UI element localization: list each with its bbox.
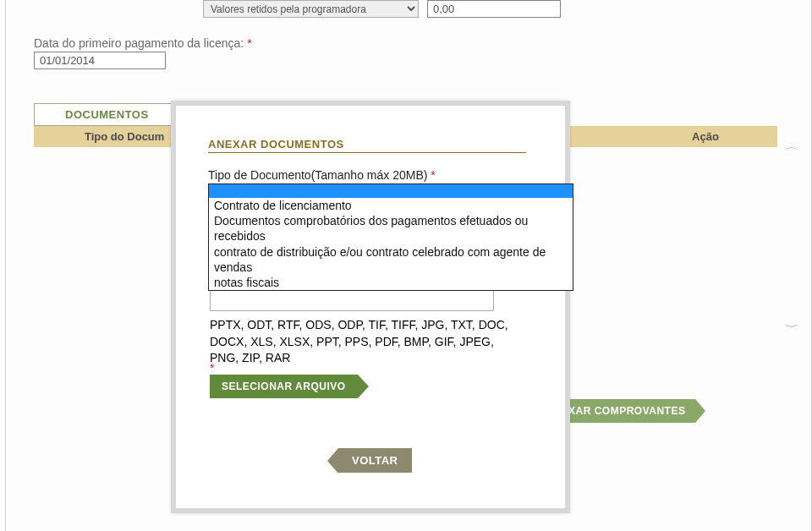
dropdown-option-notas-fiscais[interactable]: notas fiscais [209, 275, 573, 290]
tipo-documento-label: Tipo de Documento(Tamanho máx 20MB) * [208, 168, 533, 182]
scroll-down-icon[interactable]: ﹀ [785, 321, 799, 333]
amount-input[interactable] [427, 0, 561, 18]
selecionar-arquivo-button[interactable]: SELECIONAR ARQUIVO [210, 375, 358, 398]
required-indicator: * [247, 36, 251, 50]
top-row: Valores retidos pela programadora [34, 0, 777, 18]
anexar-documentos-modal: ANEXAR DOCUMENTOS Tipo de Documento(Tama… [171, 101, 570, 513]
scroll-up-icon[interactable]: ︿ [785, 141, 799, 153]
retention-select[interactable]: Valores retidos pela programadora [203, 0, 419, 18]
anexar-comprovantes-button[interactable]: XAR COMPROVANTES [558, 399, 695, 423]
required-star: * [210, 361, 214, 375]
tab-documentos[interactable]: DOCUMENTOS [34, 103, 180, 126]
modal-title: ANEXAR DOCUMENTOS [208, 138, 526, 153]
date-label-text: Data do primeiro pagamento da licença: [34, 36, 244, 50]
date-input[interactable] [34, 52, 166, 69]
tipo-documento-dropdown[interactable]: Contrato de licenciamento Documentos com… [208, 183, 573, 291]
date-label: Data do primeiro pagamento da licença: * [34, 36, 777, 50]
dropdown-option-blank[interactable] [209, 184, 573, 198]
voltar-button[interactable]: VOLTAR [338, 448, 412, 473]
dropdown-option-contrato-licenciamento[interactable]: Contrato de licenciamento [209, 198, 573, 213]
th-acao: Ação [634, 130, 777, 143]
allowed-formats: PPTX, ODT, RTF, ODS, ODP, TIF, TIFF, JPG… [210, 317, 514, 367]
dropdown-option-documentos-comprobatorios[interactable]: Documentos comprobatórios dos pagamentos… [209, 213, 573, 244]
page-content: Valores retidos pela programadora Data d… [0, 0, 812, 531]
dropdown-option-contrato-distribuicao[interactable]: contrato de distribuição e/ou contrato c… [209, 244, 573, 275]
